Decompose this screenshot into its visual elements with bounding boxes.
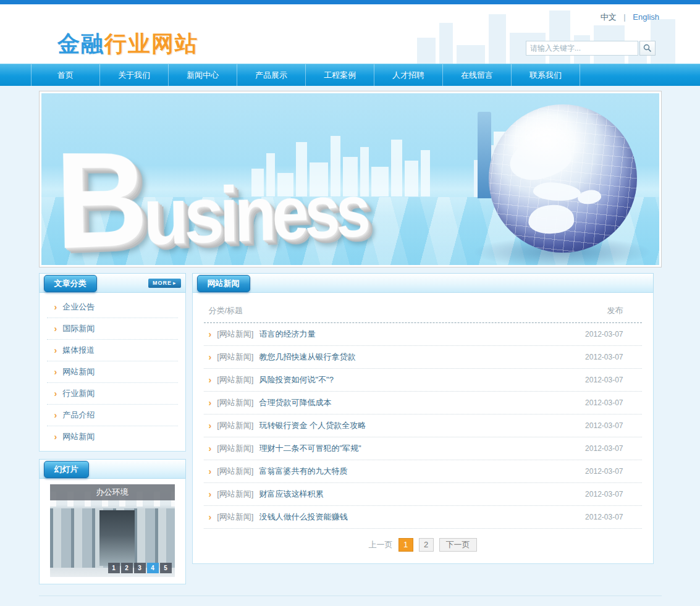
news-category: [网站新闻] (217, 397, 253, 408)
news-title-link[interactable]: 语言的经济力量 (259, 329, 315, 340)
slide-pager-number[interactable]: 2 (121, 563, 133, 573)
slideshow-title-tab: 幻灯片 (44, 461, 89, 478)
news-row[interactable]: › [网站新闻] 语言的经济力量 2012-03-07 (204, 323, 642, 346)
sidebar: 文章分类 MORE▸ › 企业公告 › 国际新闻 › (39, 273, 186, 584)
news-list: › [网站新闻] 语言的经济力量 2012-03-07 › [网站新闻] 教您几… (204, 323, 642, 529)
news-row[interactable]: › [网站新闻] 没钱人做什么投资能赚钱 2012-03-07 (204, 506, 642, 529)
slide-pager-number[interactable]: 1 (108, 563, 120, 573)
nav-item[interactable]: 在线留言 (442, 64, 511, 86)
news-date: 2012-03-07 (555, 330, 642, 339)
category-item[interactable]: › 网站新闻 (47, 361, 178, 383)
arrow-icon: › (54, 303, 57, 311)
news-date: 2012-03-07 (555, 398, 642, 407)
globe-highlight-graphic (504, 111, 589, 170)
search-button[interactable] (639, 41, 656, 56)
search-icon (643, 44, 652, 53)
nav-item[interactable]: 产品展示 (237, 64, 305, 86)
news-title-link[interactable]: 玩转银行资金 个人贷款全攻略 (259, 420, 366, 431)
news-row-left: › [网站新闻] 教您几招快速从银行拿贷款 (204, 351, 555, 363)
news-row[interactable]: › [网站新闻] 财富应该这样积累 2012-03-07 (204, 483, 642, 506)
news-category: [网站新闻] (217, 466, 253, 477)
nav-item[interactable]: 联系我们 (511, 64, 580, 86)
news-row[interactable]: › [网站新闻] 风险投资如何说"不"? 2012-03-07 (204, 369, 642, 392)
news-title-link[interactable]: 理财十二条不可冒犯的"军规" (259, 443, 361, 454)
news-row-left: › [网站新闻] 语言的经济力量 (204, 329, 555, 340)
news-row-left: › [网站新闻] 财富应该这样积累 (204, 489, 555, 500)
nav-item[interactable]: 首页 (31, 64, 99, 86)
slideshow-panel: 幻灯片 办公环境 1 2 3 (39, 459, 186, 584)
categories-title-tab: 文章分类 (44, 275, 97, 292)
logo-text-primary: 金融 (57, 31, 104, 56)
category-label: 网站新闻 (62, 431, 95, 442)
arrow-icon: › (209, 444, 212, 453)
arrow-icon: › (209, 490, 212, 499)
page-number[interactable]: 1 (398, 538, 413, 552)
news-row[interactable]: › [网站新闻] 玩转银行资金 个人贷款全攻略 2012-03-07 (204, 415, 642, 437)
news-panel: 网站新闻 分类/标题 发布 › [网站新闻] 语言的经济力量 2012-03-0… (192, 273, 654, 564)
slideshow-caption: 办公环境 (50, 484, 175, 500)
category-item[interactable]: › 国际新闻 (47, 318, 178, 340)
slide-pager-number[interactable]: 3 (134, 563, 146, 573)
categories-list: › 企业公告 › 国际新闻 › 媒体报道 › (39, 293, 186, 452)
news-category: [网站新闻] (217, 329, 253, 340)
search-bar (526, 41, 656, 56)
category-label: 媒体报道 (62, 345, 95, 356)
news-title-link[interactable]: 合理贷款可降低成本 (259, 397, 331, 408)
site-logo[interactable]: 金融行业网站 (57, 29, 198, 59)
news-title-link[interactable]: 教您几招快速从银行拿贷款 (259, 351, 355, 363)
news-date: 2012-03-07 (555, 513, 642, 521)
header: 金融行业网站 中文 | English (0, 4, 700, 64)
news-panel-header: 网站新闻 (192, 273, 654, 293)
nav-item[interactable]: 新闻中心 (168, 64, 237, 86)
news-row-left: › [网站新闻] 风险投资如何说"不"? (204, 374, 555, 385)
category-item[interactable]: › 网站新闻 (47, 426, 178, 447)
arrow-icon: › (54, 389, 57, 398)
arrow-icon: › (209, 353, 212, 361)
office-corridor-graphic (99, 510, 135, 566)
news-category: [网站新闻] (217, 489, 253, 500)
category-label: 网站新闻 (62, 366, 95, 377)
nav-item[interactable]: 人才招聘 (374, 64, 442, 86)
nav-item[interactable]: 关于我们 (99, 64, 168, 86)
category-item[interactable]: › 行业新闻 (47, 383, 178, 405)
column-header-title: 分类/标题 (204, 305, 555, 316)
arrow-icon: › (54, 346, 57, 355)
article-categories-panel: 文章分类 MORE▸ › 企业公告 › 国际新闻 › (39, 273, 186, 452)
page-number[interactable]: 2 (419, 538, 434, 552)
category-item[interactable]: › 企业公告 (47, 297, 178, 318)
arrow-icon: › (54, 411, 57, 419)
nav-item[interactable]: 工程案例 (305, 64, 374, 86)
arrow-icon: › (209, 421, 212, 430)
news-row[interactable]: › [网站新闻] 合理贷款可降低成本 2012-03-07 (204, 392, 642, 415)
top-accent-strip (0, 0, 700, 4)
lang-link-english[interactable]: English (633, 12, 659, 22)
category-item[interactable]: › 产品介绍 (47, 405, 178, 426)
page-number-list: 1 2 (398, 538, 434, 552)
category-label: 企业公告 (62, 301, 95, 313)
arrow-icon: › (54, 368, 57, 376)
category-item[interactable]: › 媒体报道 (47, 340, 178, 361)
slideshow-body: 办公环境 1 2 3 4 5 (39, 479, 186, 584)
more-button[interactable]: MORE▸ (148, 279, 181, 288)
news-row[interactable]: › [网站新闻] 教您几招快速从银行拿贷款 2012-03-07 (204, 346, 642, 369)
news-title-link[interactable]: 风险投资如何说"不"? (259, 374, 333, 385)
next-page-button[interactable]: 下一页 (439, 538, 477, 552)
arrow-icon: › (54, 432, 57, 441)
news-row[interactable]: › [网站新闻] 富翁富婆共有的九大特质 2012-03-07 (204, 460, 642, 483)
prev-page-link[interactable]: 上一页 (369, 539, 393, 550)
category-label: 行业新闻 (62, 388, 95, 399)
slide-pager-number[interactable]: 4 (147, 563, 159, 573)
news-category: [网站新闻] (217, 443, 253, 454)
news-title-link[interactable]: 富翁富婆共有的九大特质 (259, 466, 347, 477)
search-input[interactable] (526, 41, 638, 56)
nav-list: 首页 关于我们 新闻中心 产品展示 工程案例 人才招聘 在线留言 联系我们 (0, 64, 700, 86)
news-row[interactable]: › [网站新闻] 理财十二条不可冒犯的"军规" 2012-03-07 (204, 437, 642, 460)
arrow-icon: › (209, 330, 212, 339)
news-title-link[interactable]: 财富应该这样积累 (259, 489, 323, 500)
lang-link-chinese[interactable]: 中文 (601, 12, 617, 22)
news-title-link[interactable]: 没钱人做什么投资能赚钱 (259, 511, 347, 523)
lang-divider: | (623, 12, 625, 22)
slideshow-image: 办公环境 1 2 3 4 5 (50, 484, 175, 577)
news-date: 2012-03-07 (555, 490, 642, 499)
slide-pager-number[interactable]: 5 (160, 563, 172, 573)
